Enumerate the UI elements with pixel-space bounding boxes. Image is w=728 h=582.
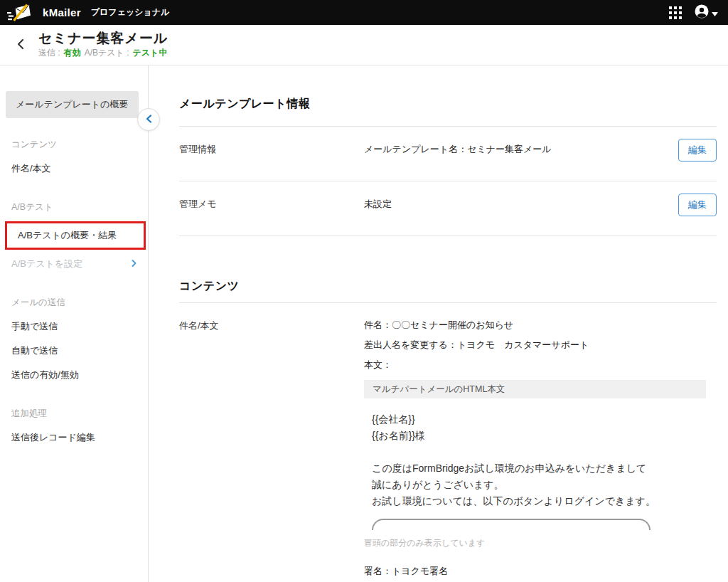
preview-line: {{お名前}}様 — [372, 428, 717, 444]
plan-label: プロフェッショナル — [91, 6, 170, 18]
sidebar-item-subject-body[interactable]: 件名/本文 — [0, 157, 148, 181]
chevron-left-icon — [16, 38, 25, 52]
sidebar-item-label: A/Bテストを設定 — [11, 252, 82, 276]
sidebar-item-template-overview[interactable]: メールテンプレートの概要 — [6, 91, 139, 118]
email-body-preview: {{会社名}} {{お名前}}様 この度はFormBridgeお試し環境のお申込… — [364, 411, 717, 509]
abtest-status-label: A/Bテスト : — [85, 47, 129, 59]
truncated-button-outline — [372, 519, 651, 530]
subject-body-detail: 件名：〇〇セミナー開催のお知らせ 差出人名を変更する：トヨクモ カスタマーサポー… — [364, 315, 717, 582]
table-row-subject-body: 件名/本文 件名：〇〇セミナー開催のお知らせ 差出人名を変更する：トヨクモ カス… — [179, 303, 717, 582]
chevron-right-icon — [132, 252, 136, 276]
sidebar-item-auto-send[interactable]: 自動で送信 — [0, 339, 148, 363]
send-status-label: 送信 : — [38, 47, 60, 59]
template-info-heading: メールテンプレート情報 — [179, 97, 717, 112]
user-avatar-icon — [695, 4, 709, 21]
chevron-down-icon — [712, 6, 718, 19]
page-header-text: セミナー集客メール 送信 : 有効 A/Bテスト : テスト中 — [38, 31, 168, 59]
preview-line: お試し環境については、以下のボタンよりログインできます。 — [372, 493, 717, 509]
edit-admin-memo-button[interactable]: 編集 — [678, 194, 717, 216]
send-status-value: 有効 — [64, 47, 81, 59]
sidebar: メールテンプレートの概要 コンテンツ 件名/本文 A/Bテスト A/Bテストの概… — [0, 65, 149, 582]
sidebar-section-contents: コンテンツ — [0, 132, 148, 157]
row-value: メールテンプレート名：セミナー集客メール — [364, 139, 678, 156]
sidebar-collapse-button[interactable] — [137, 108, 160, 131]
back-button[interactable] — [10, 34, 31, 55]
preview-note: 冒頭の部分のみ表示しています — [364, 537, 717, 549]
table-row-admin-info: 管理情報 メールテンプレート名：セミナー集客メール 編集 — [179, 127, 717, 181]
edit-admin-info-button[interactable]: 編集 — [678, 139, 717, 162]
subject-line: 件名：〇〇セミナー開催のお知らせ — [364, 315, 717, 335]
body-type-bar: マルチパートメールのHTML本文 — [364, 380, 706, 398]
sidebar-section-extra: 追加処理 — [0, 401, 148, 425]
preview-line: 誠にありがとうございます。 — [372, 477, 717, 493]
topbar: kMailer プロフェッショナル — [0, 0, 728, 25]
topbar-brand-group: kMailer プロフェッショナル — [7, 3, 169, 22]
preview-blank-line — [372, 444, 717, 460]
sidebar-item-send-enable-disable[interactable]: 送信の有効/無効 — [0, 363, 148, 387]
contents-heading: コンテンツ — [179, 279, 717, 294]
page-header: セミナー集客メール 送信 : 有効 A/Bテスト : テスト中 — [0, 25, 728, 65]
sidebar-item-abtest-setup[interactable]: A/Bテストを設定 — [0, 252, 148, 276]
abtest-status-value: テスト中 — [133, 47, 168, 59]
sidebar-section-abtest: A/Bテスト — [0, 195, 148, 219]
topbar-actions — [669, 4, 718, 21]
row-value: 未設定 — [364, 194, 678, 211]
sidebar-item-post-send-record-edit[interactable]: 送信後レコード編集 — [0, 425, 148, 450]
row-label: 管理情報 — [179, 139, 364, 156]
signature-line: 署名：トヨクモ署名 — [364, 565, 717, 578]
kmailer-logo-icon[interactable] — [7, 3, 33, 22]
brand-name[interactable]: kMailer — [43, 6, 81, 18]
user-account-menu[interactable] — [695, 4, 718, 21]
body-label: 本文： — [364, 355, 717, 375]
chevron-left-icon — [146, 113, 152, 126]
table-row-admin-memo: 管理メモ 未設定 編集 — [179, 181, 717, 236]
main-content: メールテンプレート情報 管理情報 メールテンプレート名：セミナー集客メール 編集… — [149, 65, 728, 582]
preview-line: {{会社名}} — [372, 411, 717, 428]
apps-grid-icon[interactable] — [669, 6, 682, 19]
sidebar-item-manual-send[interactable]: 手動で送信 — [0, 314, 148, 339]
status-line: 送信 : 有効 A/Bテスト : テスト中 — [38, 47, 168, 59]
row-label: 件名/本文 — [179, 315, 364, 332]
sidebar-section-sending: メールの送信 — [0, 290, 148, 314]
preview-line: この度はFormBridgeお試し環境のお申込みをいただきまして — [372, 460, 717, 477]
page-title: セミナー集客メール — [38, 31, 168, 46]
body-layout: メールテンプレートの概要 コンテンツ 件名/本文 A/Bテスト A/Bテストの概… — [0, 65, 728, 582]
sidebar-item-abtest-overview-results[interactable]: A/Bテストの概要・結果 — [5, 221, 146, 250]
row-label: 管理メモ — [179, 194, 364, 211]
sender-line: 差出人名を変更する：トヨクモ カスタマーサポート — [364, 335, 717, 355]
